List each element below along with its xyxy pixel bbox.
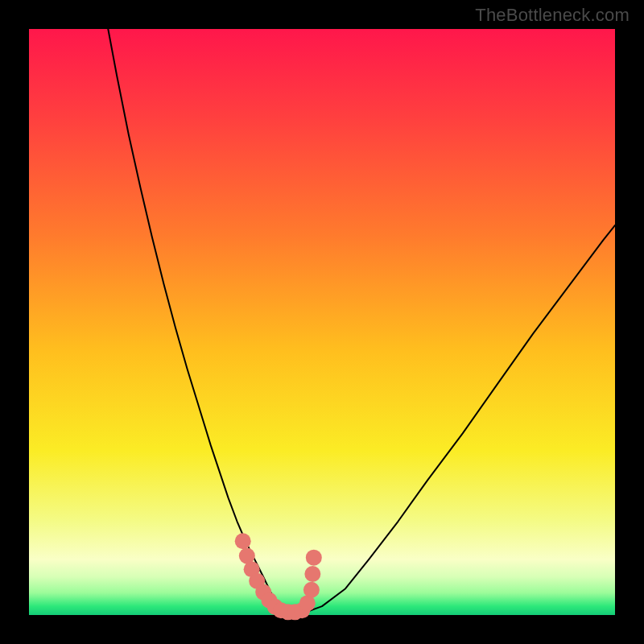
watermark-text: TheBottleneck.com <box>475 5 630 26</box>
band-dot <box>303 582 320 598</box>
band-dot <box>235 533 251 549</box>
band-dot <box>304 566 320 582</box>
chart-frame: TheBottleneck.com <box>0 0 644 644</box>
bottleneck-chart <box>0 0 644 644</box>
plot-background <box>29 29 615 615</box>
band-dot <box>306 550 322 566</box>
